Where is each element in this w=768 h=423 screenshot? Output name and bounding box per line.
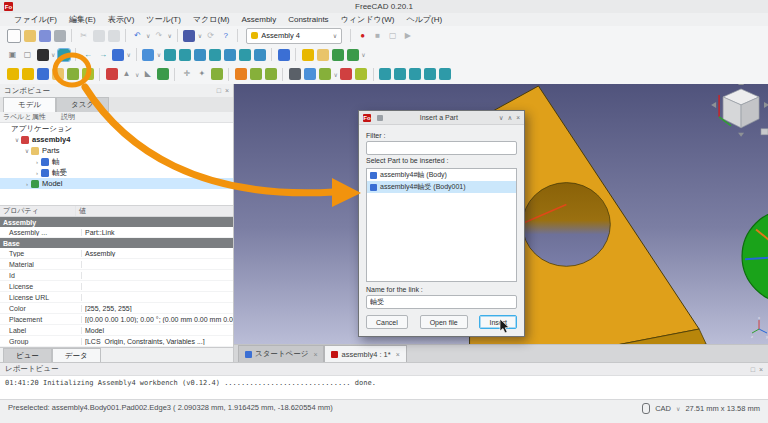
- tree-item-軸受[interactable]: ›軸受: [0, 167, 233, 178]
- macro-stop-icon[interactable]: ■: [372, 30, 384, 42]
- property-row[interactable]: Id: [0, 270, 233, 281]
- cancel-button[interactable]: Cancel: [366, 315, 408, 329]
- menu-item-3[interactable]: ツール(T): [140, 14, 187, 25]
- insert-part-icon[interactable]: [82, 68, 94, 80]
- cut-icon[interactable]: ✂: [78, 30, 90, 42]
- view-left-icon[interactable]: [254, 49, 266, 61]
- help2-icon[interactable]: [394, 68, 406, 80]
- paste-icon[interactable]: [108, 30, 120, 42]
- document-tab[interactable]: スタートページ×: [238, 345, 324, 362]
- tree-item-アプリケーション[interactable]: アプリケーション: [0, 123, 233, 134]
- property-group-Base[interactable]: Base: [0, 238, 233, 248]
- folder-icon[interactable]: [317, 49, 329, 61]
- dropdown-arrow-icon[interactable]: ∨: [167, 32, 171, 39]
- new-part-icon[interactable]: [67, 68, 79, 80]
- panel-close-icon[interactable]: ×: [225, 87, 229, 94]
- property-row[interactable]: Material: [0, 259, 233, 270]
- export-link-icon[interactable]: [347, 49, 359, 61]
- help1-icon[interactable]: [379, 68, 391, 80]
- dropdown-arrow-icon[interactable]: ∨: [361, 51, 365, 58]
- solve-icon[interactable]: [235, 68, 247, 80]
- tree-item-Parts[interactable]: ∨Parts: [0, 145, 233, 156]
- tab-close-icon[interactable]: ×: [396, 351, 400, 358]
- dropdown-arrow-icon[interactable]: ∨: [333, 71, 337, 78]
- datum-icon[interactable]: ▲: [121, 68, 133, 80]
- view-bottom-icon[interactable]: [239, 49, 251, 61]
- view-front-icon[interactable]: [179, 49, 191, 61]
- tab-モデル[interactable]: モデル: [3, 97, 56, 112]
- property-row[interactable]: Assembly ...Part::Link: [0, 227, 233, 238]
- tree-expand-icon[interactable]: [289, 68, 301, 80]
- menu-item-6[interactable]: Constraints: [282, 15, 334, 24]
- tab-close-icon[interactable]: ×: [313, 351, 317, 358]
- menu-item-0[interactable]: ファイル(F): [8, 14, 63, 25]
- sync-view-icon[interactable]: [164, 49, 176, 61]
- menu-item-8[interactable]: ヘルプ(H): [400, 14, 448, 25]
- dialog-shade-icon[interactable]: ∨: [499, 114, 504, 122]
- fit-all-icon[interactable]: ▣: [7, 49, 19, 61]
- property-row[interactable]: License URL: [0, 292, 233, 303]
- zoom-icon[interactable]: [142, 49, 154, 61]
- nav-style-label[interactable]: CAD: [655, 404, 671, 413]
- insert-assembly-icon[interactable]: [22, 68, 34, 80]
- tree-expander-icon[interactable]: ∨: [23, 147, 31, 154]
- tree-expander-icon[interactable]: ∨: [13, 136, 21, 143]
- measure-icon[interactable]: [278, 49, 290, 61]
- menu-item-4[interactable]: マクロ(M): [187, 14, 236, 25]
- property-row[interactable]: Group[LCS_Origin, Constraints, Variables…: [0, 336, 233, 347]
- macro-play-icon[interactable]: ▶: [402, 30, 414, 42]
- dialog-close-icon[interactable]: ×: [516, 114, 520, 121]
- insert-button[interactable]: Insert: [479, 315, 517, 329]
- filter-input[interactable]: [366, 141, 517, 155]
- menu-item-1[interactable]: 編集(E): [63, 14, 102, 25]
- part-icon[interactable]: [302, 49, 314, 61]
- dialog-title-bar[interactable]: Fo Insert a Part ∨ ∧ ×: [359, 111, 524, 125]
- help3-icon[interactable]: [409, 68, 421, 80]
- open-document-icon[interactable]: [24, 30, 36, 42]
- part-list-item[interactable]: assembly4#軸受 (Body001): [367, 181, 516, 193]
- menu-item-5[interactable]: Assembly: [235, 15, 282, 24]
- dropdown-arrow-icon[interactable]: ∨: [126, 51, 130, 58]
- view-rear-icon[interactable]: [224, 49, 236, 61]
- menu-item-2[interactable]: 表示(V): [102, 14, 141, 25]
- dropdown-arrow-icon[interactable]: ∨: [135, 71, 139, 78]
- undo-icon[interactable]: ↶: [132, 30, 144, 42]
- panel-float-icon[interactable]: □: [217, 87, 221, 94]
- export-icon[interactable]: [332, 49, 344, 61]
- property-row[interactable]: Placement[(0.00 0.00 1.00); 0.00 °; (0.0…: [0, 314, 233, 325]
- redo-icon[interactable]: ↷: [153, 30, 165, 42]
- fit-selection-icon[interactable]: ▢: [22, 49, 34, 61]
- nav-back-icon[interactable]: ←: [82, 49, 94, 61]
- report-close-icon[interactable]: ×: [759, 366, 763, 373]
- new-assembly-icon[interactable]: [7, 68, 19, 80]
- measure-tool-icon[interactable]: [319, 68, 331, 80]
- dropdown-arrow-icon[interactable]: ∨: [157, 51, 161, 58]
- nav-forward-icon[interactable]: →: [97, 49, 109, 61]
- new-document-icon[interactable]: [7, 29, 21, 43]
- help4-icon[interactable]: [424, 68, 436, 80]
- open-file-button[interactable]: Open file: [420, 315, 468, 329]
- link-name-input[interactable]: [366, 295, 517, 309]
- dropdown-arrow-icon[interactable]: ∨: [146, 32, 150, 39]
- bottom-tab-ビュー[interactable]: ビュー: [3, 348, 52, 362]
- help5-icon[interactable]: [439, 68, 451, 80]
- tree-item-Model[interactable]: ›Model: [0, 178, 233, 189]
- report-float-icon[interactable]: □: [751, 366, 755, 373]
- macro-record-icon[interactable]: ●: [357, 30, 369, 42]
- info-icon[interactable]: [304, 68, 316, 80]
- tree-expander-icon[interactable]: ›: [33, 170, 41, 176]
- update-icon[interactable]: [265, 68, 277, 80]
- constraint-fix-icon[interactable]: ✦: [196, 68, 208, 80]
- print-icon[interactable]: [54, 30, 66, 42]
- constraint-align-icon[interactable]: [211, 68, 223, 80]
- datum-point-icon[interactable]: ◣: [142, 68, 154, 80]
- property-row[interactable]: TypeAssembly: [0, 248, 233, 259]
- copy-icon[interactable]: [93, 30, 105, 42]
- tree-expander-icon[interactable]: ›: [33, 159, 41, 165]
- tree-item-assembly4[interactable]: ∨assembly4: [0, 134, 233, 145]
- bom-icon[interactable]: [340, 68, 352, 80]
- workbench-selector[interactable]: Assembly 4∨: [246, 28, 342, 44]
- constraint-attach-icon[interactable]: ✛: [181, 68, 193, 80]
- save-document-icon[interactable]: [39, 30, 51, 42]
- property-row[interactable]: LabelModel: [0, 325, 233, 336]
